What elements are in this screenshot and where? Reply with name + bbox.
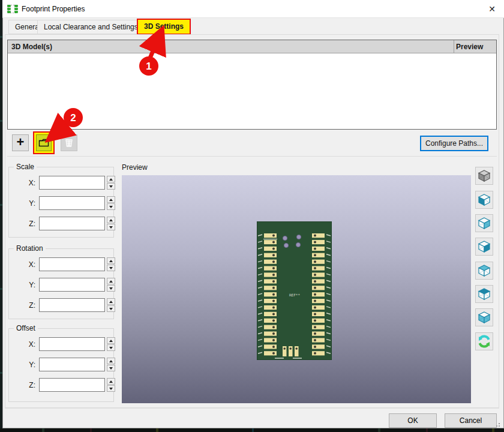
spinner <box>107 257 115 271</box>
view-bottom-button[interactable] <box>475 308 493 326</box>
spinner <box>107 378 115 392</box>
model-table-header: 3D Model(s) Preview <box>8 40 496 53</box>
axis-label: Z: <box>22 381 35 389</box>
footer-divider <box>5 408 499 409</box>
rotation-x-input[interactable] <box>39 257 105 271</box>
view-left-button[interactable] <box>475 191 493 209</box>
spinner <box>107 176 115 190</box>
group-title: Rotation <box>14 244 46 253</box>
tab-local-clearance[interactable]: Local Clearance and Settings <box>37 20 145 34</box>
spin-up-button[interactable] <box>107 298 115 305</box>
spinner <box>107 278 115 292</box>
rotation-y-row: Y: <box>9 278 113 292</box>
spinner <box>107 217 115 230</box>
spinner <box>107 358 115 371</box>
spin-down-button[interactable] <box>107 305 115 312</box>
axis-label: Y: <box>22 281 35 289</box>
left-icon <box>477 193 491 207</box>
scale-y-row: Y: <box>9 196 113 211</box>
top-icon <box>477 287 491 301</box>
scale-y-input[interactable] <box>39 196 105 210</box>
right-icon <box>477 216 491 230</box>
configure-paths-button[interactable]: Configure Paths... <box>420 136 488 151</box>
preview-label: Preview <box>122 163 148 172</box>
spin-up-button[interactable] <box>107 176 115 182</box>
spin-down-button[interactable] <box>107 183 115 190</box>
cancel-button[interactable]: Cancel <box>445 413 497 428</box>
offset-z-row: Z: <box>9 378 113 392</box>
ok-button[interactable]: OK <box>389 413 437 428</box>
tab-3d-settings[interactable]: 3D Settings <box>137 19 191 35</box>
axis-label: Y: <box>22 199 35 208</box>
scale-z-input[interactable] <box>39 217 105 230</box>
spin-up-button[interactable] <box>107 337 115 344</box>
offset-group: Offset X:Y:Z: <box>8 328 114 402</box>
background-app-bottom-edge <box>0 428 504 432</box>
spinner <box>107 337 115 351</box>
spin-up-button[interactable] <box>107 378 115 385</box>
view-top-button[interactable] <box>475 285 493 303</box>
view-front-button[interactable] <box>475 238 493 256</box>
spin-down-button[interactable] <box>107 203 115 210</box>
isometric-icon <box>477 169 491 183</box>
axis-label: X: <box>22 260 35 269</box>
scale-x-input[interactable] <box>39 176 105 190</box>
offset-y-row: Y: <box>9 358 113 372</box>
rotation-z-input[interactable] <box>39 298 105 312</box>
rotation-group: Rotation X:Y:Z: <box>8 248 114 319</box>
scale-x-row: X: <box>9 176 113 190</box>
spin-up-button[interactable] <box>107 217 115 223</box>
rotation-z-row: Z: <box>9 298 113 313</box>
axis-label: Z: <box>22 220 35 228</box>
browse-model-button[interactable] <box>36 134 52 151</box>
scale-z-row: Z: <box>9 217 113 231</box>
view-back-button[interactable] <box>475 262 493 280</box>
spin-up-button[interactable] <box>107 257 115 264</box>
divider <box>7 156 497 157</box>
rotation-x-row: X: <box>9 257 113 272</box>
spin-down-button[interactable] <box>107 285 115 292</box>
back-icon <box>477 263 491 278</box>
spin-up-button[interactable] <box>107 278 115 284</box>
group-title: Offset <box>14 324 38 332</box>
axis-label: Y: <box>22 361 35 369</box>
spinner <box>107 196 115 210</box>
view-isometric-button[interactable] <box>475 167 493 185</box>
spin-down-button[interactable] <box>107 385 115 392</box>
column-header-models: 3D Model(s) <box>11 43 52 51</box>
svg-text:REF**: REF** <box>289 293 300 297</box>
view-right-button[interactable] <box>475 214 493 232</box>
window-title: Footprint Properties <box>22 5 85 13</box>
spin-up-button[interactable] <box>107 358 115 364</box>
offset-x-row: X: <box>9 337 113 352</box>
offset-x-input[interactable] <box>39 337 105 351</box>
front-icon <box>477 239 491 254</box>
add-model-button[interactable]: + <box>12 134 29 151</box>
group-title: Scale <box>14 163 37 171</box>
resize-grip[interactable] <box>494 421 500 427</box>
offset-y-input[interactable] <box>39 358 105 371</box>
spin-down-button[interactable] <box>107 365 115 371</box>
spin-down-button[interactable] <box>107 344 115 351</box>
screen: Footprint Properties ✕ General Local Cle… <box>0 0 504 432</box>
close-icon[interactable]: ✕ <box>482 0 502 18</box>
offset-z-input[interactable] <box>39 378 105 392</box>
model-list-table[interactable]: 3D Model(s) Preview <box>7 40 497 130</box>
pcb-3d-render: REF** <box>257 221 332 360</box>
spinner <box>107 298 115 312</box>
folder-button-highlight-box <box>33 131 55 154</box>
footprint-icon <box>7 4 18 14</box>
view-refresh-button[interactable] <box>475 332 493 350</box>
spin-down-button[interactable] <box>107 224 115 230</box>
scale-group: Scale X:Y:Z: <box>8 167 114 238</box>
axis-label: X: <box>22 179 35 187</box>
refresh-icon <box>477 334 491 349</box>
bottom-icon <box>477 310 491 325</box>
spin-down-button[interactable] <box>107 265 115 271</box>
column-header-preview: Preview <box>456 43 483 51</box>
delete-model-button[interactable] <box>61 134 77 151</box>
folder-icon <box>38 139 49 147</box>
spin-up-button[interactable] <box>107 196 115 203</box>
rotation-y-input[interactable] <box>39 278 105 292</box>
trash-icon <box>64 138 74 148</box>
